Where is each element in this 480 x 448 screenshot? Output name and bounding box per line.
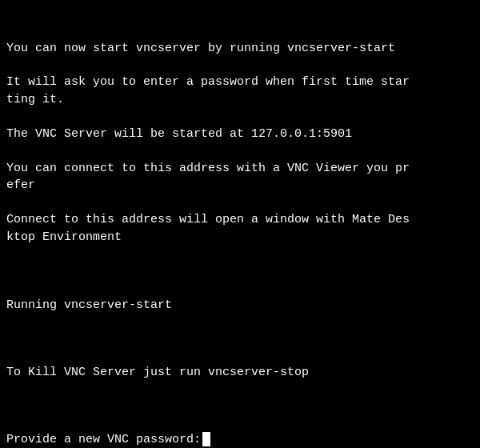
terminal-line: ting it. bbox=[6, 91, 474, 109]
password-prompt-text: Provide a new VNC password: bbox=[6, 433, 201, 446]
terminal-line: You can connect to this address with a V… bbox=[6, 160, 474, 178]
terminal-line bbox=[6, 330, 474, 347]
terminal-line: To Kill VNC Server just run vncserver-st… bbox=[6, 364, 474, 382]
terminal-line bbox=[6, 398, 474, 415]
terminal-line: Running vncserver-start bbox=[6, 297, 474, 314]
terminal: You can now start vncserver by running v… bbox=[0, 0, 480, 448]
terminal-line bbox=[6, 415, 474, 432]
terminal-line: efer bbox=[6, 177, 474, 194]
terminal-line bbox=[6, 382, 474, 398]
terminal-output: You can now start vncserver by running v… bbox=[0, 0, 480, 432]
terminal-line bbox=[6, 194, 474, 211]
terminal-line bbox=[6, 263, 474, 280]
terminal-line bbox=[6, 347, 474, 364]
terminal-line: It will ask you to enter a password when… bbox=[6, 74, 474, 91]
terminal-line bbox=[6, 246, 474, 263]
cursor-block bbox=[202, 432, 210, 446]
terminal-line bbox=[6, 314, 474, 330]
password-prompt-line: Provide a new VNC password: bbox=[0, 432, 480, 448]
terminal-line bbox=[6, 143, 474, 160]
terminal-line: Connect to this address will open a wind… bbox=[6, 211, 474, 229]
terminal-line bbox=[6, 57, 474, 74]
terminal-line: The VNC Server will be started at 127.0.… bbox=[6, 126, 474, 143]
terminal-line bbox=[6, 109, 474, 126]
terminal-line: You can now start vncserver by running v… bbox=[6, 40, 474, 58]
terminal-line: ktop Environment bbox=[6, 229, 474, 246]
terminal-line bbox=[6, 280, 474, 297]
